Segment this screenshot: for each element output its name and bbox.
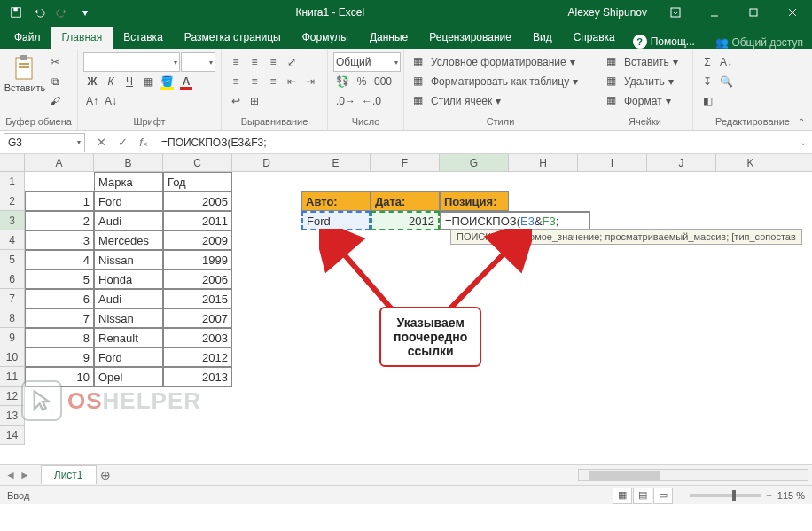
clear-icon[interactable]: ◧ [699,91,716,111]
cell-A10[interactable]: 9 [25,347,94,367]
cell-E3[interactable]: Ford [301,211,371,230]
cell-B8[interactable]: Nissan [94,308,163,328]
col-header-B[interactable]: B [94,154,163,172]
select-all-corner[interactable] [0,154,25,172]
cell-styles-button[interactable]: ▦Стили ячеек ▾ [410,91,582,111]
sheet-prev-icon[interactable]: ◄ [5,469,16,481]
cell-A11[interactable]: 10 [25,367,94,387]
cell-B5[interactable]: Nissan [94,250,163,269]
col-header-H[interactable]: H [509,154,578,172]
col-header-L[interactable]: L [785,154,812,172]
tab-review[interactable]: Рецензирование [418,27,522,49]
format-cells-button[interactable]: ▦Формат ▾ [603,91,682,111]
align-middle-icon[interactable]: ≡ [246,52,263,72]
align-top-icon[interactable]: ≡ [227,52,245,72]
increase-font-icon[interactable]: A↑ [83,91,101,111]
align-left-icon[interactable]: ≡ [227,72,245,91]
cell-G2[interactable]: Позиция: [440,191,509,211]
delete-cells-button[interactable]: ▦Удалить ▾ [603,72,682,91]
row-header-14[interactable]: 14 [0,426,25,445]
add-sheet-icon[interactable]: ⊕ [97,468,114,482]
font-size-combo[interactable]: ▾ [181,52,216,72]
redo-icon[interactable] [51,2,73,23]
fill-color-button[interactable]: 🪣 [158,72,176,91]
tab-file[interactable]: Файл [4,27,51,49]
row-header-3[interactable]: 3 [0,211,25,230]
cell-B2[interactable]: Ford [94,191,163,211]
decrease-font-icon[interactable]: A↓ [102,91,120,111]
cancel-formula-icon[interactable]: ✕ [90,133,112,152]
tab-view[interactable]: Вид [522,27,563,49]
tab-insert[interactable]: Вставка [113,27,174,49]
ribbon-options-icon[interactable] [656,0,695,25]
row-header-9[interactable]: 9 [0,328,25,347]
cell-A5[interactable]: 4 [25,250,94,269]
cell-C8[interactable]: 2007 [163,308,232,328]
user-name[interactable]: Alexey Shipunov [559,6,656,19]
sheet-next-icon[interactable]: ► [20,469,30,481]
cell-F2[interactable]: Дата: [371,191,440,211]
italic-button[interactable]: К [102,72,120,91]
fill-icon[interactable]: ↧ [699,72,716,91]
spreadsheet-grid[interactable]: ABCDEFGHIJKL 1234567891011121314 МаркаГо… [0,154,812,464]
indent-dec-icon[interactable]: ⇤ [283,72,301,91]
row-header-8[interactable]: 8 [0,308,25,328]
tab-formulas[interactable]: Формулы [292,27,359,49]
row-header-13[interactable]: 13 [0,406,25,426]
page-break-view-icon[interactable]: ▭ [653,488,673,504]
zoom-level[interactable]: 115 % [777,490,805,501]
save-icon[interactable] [5,2,27,23]
inc-decimal-icon[interactable]: .0→ [333,91,358,111]
col-header-G[interactable]: G [440,154,509,172]
formula-input[interactable]: =ПОИСКПОЗ(E3&F3; [156,133,794,152]
row-header-2[interactable]: 2 [0,191,25,211]
cell-B11[interactable]: Opel [94,367,163,387]
cell-C1[interactable]: Год [163,172,232,191]
row-header-1[interactable]: 1 [0,172,25,191]
comma-icon[interactable]: 000 [371,72,394,91]
zoom-in-icon[interactable]: ＋ [764,488,774,502]
find-icon[interactable]: 🔍 [717,72,736,91]
enter-formula-icon[interactable]: ✓ [112,133,133,152]
cell-C9[interactable]: 2003 [163,328,232,347]
orientation-icon[interactable]: ⤢ [283,52,301,72]
col-header-E[interactable]: E [301,154,371,172]
tell-me[interactable]: ?Помощ... [626,35,702,49]
col-header-D[interactable]: D [232,154,301,172]
cell-A6[interactable]: 5 [25,269,94,289]
border-button[interactable]: ▦ [139,72,157,91]
cell-C3[interactable]: 2011 [163,211,232,230]
horizontal-scrollbar[interactable] [578,469,808,481]
row-header-5[interactable]: 5 [0,250,25,269]
percent-icon[interactable]: % [353,72,371,91]
cell-E2[interactable]: Авто: [301,191,371,211]
dec-decimal-icon[interactable]: ←.0 [359,91,384,111]
cell-B7[interactable]: Audi [94,289,163,308]
cell-C2[interactable]: 2005 [163,191,232,211]
insert-cells-button[interactable]: ▦Вставить ▾ [603,52,682,72]
col-header-K[interactable]: K [716,154,785,172]
zoom-slider[interactable] [690,494,761,497]
autosum-icon[interactable]: Σ [699,52,716,72]
cell-B10[interactable]: Ford [94,347,163,367]
page-layout-view-icon[interactable]: ▤ [633,488,652,504]
normal-view-icon[interactable]: ▦ [613,488,632,504]
minimize-icon[interactable] [695,0,734,25]
cell-C10[interactable]: 2012 [163,347,232,367]
row-header-10[interactable]: 10 [0,347,25,367]
tab-help[interactable]: Справка [563,27,626,49]
fx-icon[interactable]: fₓ [133,133,154,152]
cell-A8[interactable]: 7 [25,308,94,328]
bold-button[interactable]: Ж [83,72,101,91]
col-header-C[interactable]: C [163,154,232,172]
share-button[interactable]: 👥 Общий доступ [707,36,812,49]
cell-B9[interactable]: Renault [94,328,163,347]
cell-C5[interactable]: 1999 [163,250,232,269]
col-header-A[interactable]: A [25,154,94,172]
zoom-out-icon[interactable]: − [680,490,685,501]
row-header-7[interactable]: 7 [0,289,25,308]
merge-icon[interactable]: ⊞ [246,91,263,111]
row-header-6[interactable]: 6 [0,269,25,289]
expand-formula-bar-icon[interactable]: ⌄ [794,137,812,147]
qat-customize-icon[interactable]: ▾ [74,2,96,23]
